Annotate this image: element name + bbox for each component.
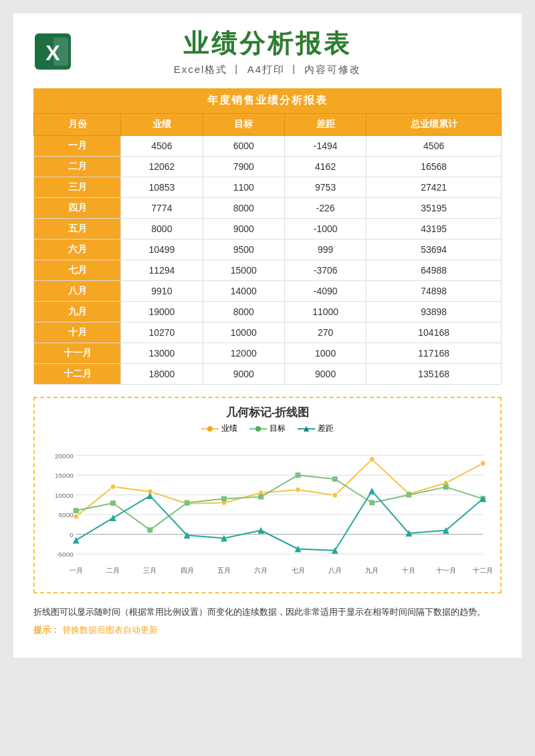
svg-point-4 bbox=[207, 426, 213, 432]
svg-point-42 bbox=[369, 457, 374, 462]
svg-rect-49 bbox=[185, 500, 190, 505]
cell-6-2: 15000 bbox=[203, 260, 284, 281]
cell-11-1: 18000 bbox=[121, 364, 203, 385]
cell-1-2: 7900 bbox=[203, 157, 284, 177]
cell-5-4: 53694 bbox=[366, 240, 502, 260]
cell-5-0: 六月 bbox=[34, 240, 121, 260]
cell-0-0: 一月 bbox=[34, 136, 121, 157]
cell-4-3: -1000 bbox=[284, 219, 366, 240]
cell-8-1: 19000 bbox=[121, 302, 203, 322]
tip: 提示： 替换数据后图表自动更新 bbox=[33, 622, 502, 638]
svg-text:七月: 七月 bbox=[292, 567, 305, 574]
table-row: 八月991014000-409074898 bbox=[34, 281, 502, 302]
cell-6-3: -3706 bbox=[284, 260, 366, 281]
cell-6-0: 七月 bbox=[34, 260, 121, 281]
cell-9-1: 10270 bbox=[121, 322, 203, 343]
table-row: 二月120627900416216568 bbox=[34, 157, 502, 177]
svg-rect-54 bbox=[369, 500, 374, 505]
svg-point-35 bbox=[110, 484, 116, 490]
chart-svg-wrap: -500005000100001500020000一月二月三月四月五月六月七月八… bbox=[41, 440, 494, 589]
cell-5-3: 999 bbox=[284, 240, 366, 260]
svg-rect-55 bbox=[406, 492, 411, 498]
table-row: 三月108531100975327421 bbox=[34, 177, 502, 198]
svg-rect-53 bbox=[332, 476, 338, 482]
table-row: 五月80009000-100043195 bbox=[34, 219, 502, 240]
data-table: 月份 业绩 目标 差距 总业绩累计 一月45066000-14944506二月1… bbox=[33, 113, 502, 385]
svg-point-40 bbox=[296, 487, 301, 492]
svg-point-34 bbox=[74, 514, 79, 519]
chart-legend: 业绩 目标 差距 bbox=[41, 423, 494, 434]
table-head: 月份 业绩 目标 差距 总业绩累计 bbox=[34, 114, 502, 136]
cell-8-4: 93898 bbox=[366, 302, 502, 322]
sub-title: Excel格式 丨 A4打印 丨 内容可修改 bbox=[174, 64, 362, 76]
cell-2-2: 1100 bbox=[203, 177, 284, 198]
table-header-row: 月份 业绩 目标 差距 总业绩累计 bbox=[34, 114, 502, 136]
cell-1-1: 12062 bbox=[121, 157, 203, 177]
cell-7-1: 9910 bbox=[121, 281, 203, 302]
svg-text:十一月: 十一月 bbox=[436, 567, 456, 574]
svg-text:四月: 四月 bbox=[181, 567, 194, 574]
svg-rect-56 bbox=[443, 484, 449, 490]
cell-3-4: 35195 bbox=[366, 198, 502, 219]
tip-text: 替换数据后图表自动更新 bbox=[62, 625, 158, 635]
description: 折线图可以显示随时间（根据常用比例设置）而变化的连续数据，因此非常适用于显示在相… bbox=[33, 604, 502, 638]
table-row: 十一月13000120001000117168 bbox=[34, 343, 502, 364]
svg-text:15000: 15000 bbox=[55, 472, 74, 479]
table-row: 一月45066000-14944506 bbox=[34, 136, 502, 157]
svg-text:六月: 六月 bbox=[254, 567, 268, 574]
cell-10-2: 12000 bbox=[203, 343, 284, 364]
table-container: 年度销售业绩分析报表 月份 业绩 目标 差距 总业绩累计 一月45066000-… bbox=[33, 88, 502, 385]
header-text: 业绩分析报表 Excel格式 丨 A4打印 丨 内容可修改 bbox=[174, 27, 362, 76]
svg-text:九月: 九月 bbox=[365, 567, 379, 574]
cell-7-2: 14000 bbox=[203, 281, 284, 302]
header: X 业绩分析报表 Excel格式 丨 A4打印 丨 内容可修改 bbox=[33, 27, 502, 76]
cell-7-3: -4090 bbox=[284, 281, 366, 302]
cell-8-0: 九月 bbox=[34, 302, 121, 322]
main-title: 业绩分析报表 bbox=[174, 27, 362, 61]
svg-point-45 bbox=[480, 461, 486, 466]
cell-4-4: 43195 bbox=[366, 219, 502, 240]
svg-text:五月: 五月 bbox=[217, 567, 231, 574]
cell-2-1: 10853 bbox=[121, 177, 203, 198]
cell-9-4: 104168 bbox=[366, 322, 502, 343]
legend-gap: 差距 bbox=[298, 423, 334, 434]
legend-target: 目标 bbox=[249, 423, 286, 434]
svg-rect-2 bbox=[54, 37, 68, 66]
cell-11-4: 135168 bbox=[366, 364, 502, 385]
tip-label: 提示： bbox=[33, 625, 60, 635]
cell-3-1: 7774 bbox=[121, 198, 203, 219]
svg-point-41 bbox=[332, 492, 338, 498]
cell-2-0: 三月 bbox=[34, 177, 121, 198]
table-body: 一月45066000-14944506二月120627900416216568三… bbox=[34, 136, 502, 385]
cell-4-1: 8000 bbox=[121, 219, 203, 240]
cell-10-1: 13000 bbox=[121, 343, 203, 364]
svg-text:-5000: -5000 bbox=[56, 551, 74, 558]
svg-rect-51 bbox=[258, 494, 263, 500]
svg-marker-66 bbox=[368, 488, 375, 494]
cell-10-4: 117168 bbox=[366, 343, 502, 364]
svg-marker-59 bbox=[110, 514, 116, 521]
cell-10-0: 十一月 bbox=[34, 343, 121, 364]
col-cumulative: 总业绩累计 bbox=[366, 114, 502, 136]
legend-performance: 业绩 bbox=[201, 423, 237, 434]
description-text: 折线图可以显示随时间（根据常用比例设置）而变化的连续数据，因此非常适用于显示在相… bbox=[33, 607, 486, 617]
cell-7-4: 74898 bbox=[366, 281, 502, 302]
svg-text:十二月: 十二月 bbox=[473, 567, 493, 574]
svg-rect-52 bbox=[296, 472, 301, 478]
page: X 业绩分析报表 Excel格式 丨 A4打印 丨 内容可修改 年度销售业绩分析… bbox=[13, 13, 522, 658]
cell-1-4: 16568 bbox=[366, 157, 502, 177]
cell-3-2: 8000 bbox=[203, 198, 284, 219]
legend-gap-label: 差距 bbox=[318, 423, 334, 434]
chart-container: 几何标记-折线图 业绩 目标 差距 -500005000100001500020… bbox=[33, 397, 502, 593]
svg-text:0: 0 bbox=[70, 531, 74, 539]
cell-11-0: 十二月 bbox=[34, 364, 121, 385]
svg-rect-47 bbox=[110, 500, 116, 506]
cell-4-0: 五月 bbox=[34, 219, 121, 240]
table-row: 十月1027010000270104168 bbox=[34, 322, 502, 343]
svg-point-6 bbox=[255, 426, 261, 432]
cell-7-0: 八月 bbox=[34, 281, 121, 302]
table-row: 四月77748000-22635195 bbox=[34, 198, 502, 219]
table-row: 六月10499950099953694 bbox=[34, 240, 502, 260]
cell-4-2: 9000 bbox=[203, 219, 284, 240]
cell-3-0: 四月 bbox=[34, 198, 121, 219]
